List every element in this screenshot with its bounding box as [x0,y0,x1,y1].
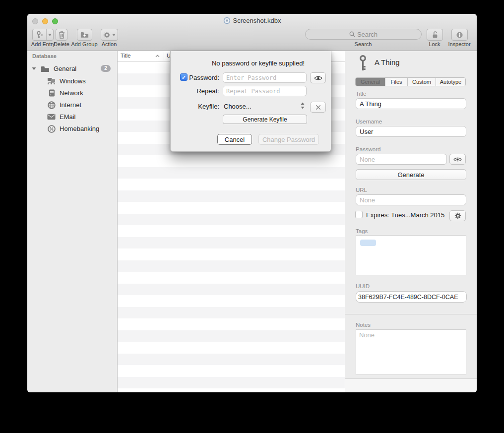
trash-icon [59,31,65,39]
eye-icon [453,157,462,162]
delete-label: Delete [54,41,69,47]
tags-label: Tags [356,228,368,234]
password-field[interactable] [356,154,447,165]
sidebar-item-label: Homebanking [60,125,99,132]
sidebar-item-email[interactable]: EMail [27,111,117,123]
username-field[interactable] [356,126,466,137]
key-plus-icon [33,31,46,39]
entry-title: A Thing [375,58,400,66]
keyfile-popup[interactable]: Choose... [224,103,252,110]
action-button[interactable] [101,29,118,41]
info-icon [456,31,463,39]
chevron-down-icon[interactable] [47,34,53,36]
sidebar-item-network[interactable]: Network [27,87,117,99]
tags-field[interactable] [356,235,466,275]
padlock-icon [432,31,439,39]
stepper-icon[interactable] [301,102,305,109]
sidebar-item-windows[interactable]: Windows [27,75,117,87]
reveal-password-button[interactable] [310,72,326,83]
password-label: Password: [181,74,219,81]
sidebar-item-homebanking[interactable]: Homebanking [27,123,117,134]
column-header-title[interactable]: Title [121,53,130,59]
delete-button[interactable] [56,29,67,41]
uuid-label: UUID [356,283,370,289]
expires-label: Expires: Tues...March 2015 [366,211,444,219]
reveal-password-button[interactable] [449,154,466,165]
server-icon [48,89,56,97]
tab-files[interactable]: Files [385,78,408,86]
search-label: Search [355,41,372,47]
change-password-sheet: No password or keyfile supplied! Passwor… [170,51,331,152]
sort-ascending-icon [155,55,160,58]
title-field-label: Title [356,91,366,97]
sidebar-item-label: General [54,65,76,72]
notes-label: Notes [356,322,371,328]
inspector-label: Inspector [448,41,470,47]
document-icon [223,17,231,24]
expires-settings-button[interactable] [449,210,466,221]
repeat-label: Repeat: [181,87,219,95]
generate-keyfile-button[interactable]: Generate Keyfile [223,115,307,124]
sidebar-item-general[interactable]: General 2 [27,63,117,74]
sidebar-item-label: Network [60,89,83,97]
inspector-tabs: General Files Custom Autotype [355,77,466,86]
url-field[interactable] [356,194,466,205]
clear-keyfile-button[interactable] [310,102,326,113]
inspector-panel: A Thing General Files Custom Autotype Ti… [345,51,477,392]
notes-field[interactable] [356,329,466,375]
search-icon [349,31,355,37]
gear-icon [454,212,461,219]
add-entry-button[interactable] [32,29,54,41]
sidebar-item-label: EMail [60,113,76,121]
inspector-button[interactable] [451,29,468,41]
change-password-button[interactable]: Change Password [258,134,319,145]
tab-general[interactable]: General [356,78,385,86]
uuid-field[interactable] [356,291,467,303]
search-placeholder: Search [357,31,378,38]
titlebar: Screenshot.kdbx [27,17,477,24]
eye-icon [314,75,322,81]
add-group-label: Add Group [71,41,97,47]
count-badge: 2 [101,65,111,72]
close-x-icon [315,105,321,110]
sidebar-section-header: Database [32,53,57,59]
sheet-message: No password or keyfile supplied! [190,60,326,67]
divider [345,314,477,314]
search-input[interactable]: Search [305,29,422,40]
enter-password-input[interactable] [223,72,307,83]
url-field-label: URL [356,187,367,193]
window-chrome: Screenshot.kdbx Add Entry Delete Add [27,14,477,51]
repeat-password-input[interactable] [223,86,307,96]
tab-autotype[interactable]: Autotype [436,78,465,86]
sidebar-item-label: Internet [60,101,81,109]
gear-icon [103,31,111,39]
envelope-icon [47,114,56,120]
add-group-button[interactable] [77,29,92,41]
action-label: Action [102,41,117,47]
sidebar: Database General 2 Windows Network [27,51,118,392]
key-icon [359,55,367,71]
tag-pill[interactable] [360,240,376,246]
generate-password-button[interactable]: Generate [356,169,466,180]
window-title: Screenshot.kdbx [233,17,281,24]
cancel-button[interactable]: Cancel [217,134,252,145]
keyfile-label: Keyfile: [181,103,219,110]
lock-button[interactable] [427,29,443,41]
tab-custom[interactable]: Custom [408,78,436,86]
password-field-label: Password [356,146,381,152]
globe-icon [47,101,56,109]
windows-network-icon [47,77,56,85]
sidebar-item-internet[interactable]: Internet [27,99,117,111]
lock-label: Lock [429,41,440,47]
expires-checkbox[interactable] [355,211,363,218]
username-field-label: Username [356,119,382,124]
percent-icon [47,125,56,133]
folder-plus-icon [80,31,89,38]
disclosure-triangle-icon[interactable] [32,67,36,70]
add-entry-label: Add Entry [31,41,55,47]
folder-icon [41,65,50,72]
title-field[interactable] [356,98,466,109]
sidebar-item-label: Windows [60,77,86,85]
chevron-down-icon [112,34,116,36]
column-divider[interactable] [164,52,164,61]
